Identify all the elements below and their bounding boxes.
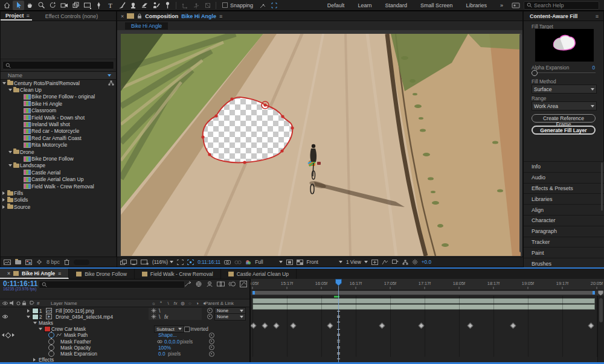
panel-tab-character[interactable]: Character (524, 215, 604, 226)
timeline-tab-castle-aerial-clean-up[interactable]: Castle Aerial Clean Up (221, 269, 297, 279)
expander-icon[interactable] (33, 358, 36, 362)
keyframe-diamond[interactable] (419, 323, 425, 329)
quality-icon[interactable]: \ (159, 314, 160, 320)
comp-row-field-walk-down-shot[interactable]: Field Walk - Down shot (1, 114, 116, 121)
interpret-footage-icon[interactable] (4, 260, 11, 265)
mask-expansion-value[interactable]: 0.0 (158, 351, 165, 357)
folder-row-clean-up[interactable]: Clean Up (1, 86, 116, 93)
track-vertical-scrollbar[interactable] (597, 296, 604, 363)
expander-icon[interactable] (2, 191, 5, 195)
tool-pan-behind[interactable] (70, 1, 82, 10)
keyframe-diamond[interactable] (291, 323, 297, 329)
comp-row-red-car-amalfi-coast[interactable]: Red Car Amalfi Coast (1, 135, 116, 141)
work-area-end-handle[interactable] (593, 291, 595, 295)
panel-menu-icon[interactable]: ≡ (58, 270, 61, 276)
panel-tab-audio[interactable]: Audio (524, 172, 604, 183)
snapshot-icon[interactable] (224, 260, 231, 264)
mask-path-value[interactable]: Shape... (158, 332, 177, 338)
channels-icon[interactable] (245, 260, 251, 265)
workspace-small-screen[interactable]: Small Screen (414, 0, 460, 11)
shy-layers-icon[interactable] (206, 281, 213, 287)
keyframe-diamond[interactable] (251, 323, 256, 329)
property-name[interactable]: Mask Path (64, 332, 88, 338)
mask-expansion-row[interactable]: Mask Expansion 0.0 pixels (0, 351, 249, 357)
comp-row-bike-drone-follow-original[interactable]: Bike Drone Follow - original (1, 94, 116, 100)
tool-orbit[interactable] (47, 1, 59, 10)
pixel-aspect-icon[interactable] (371, 260, 378, 265)
project-settings-icon[interactable] (36, 259, 42, 265)
fx-icon[interactable]: fx (164, 314, 168, 320)
panel-menu-icon[interactable]: ≡ (596, 13, 599, 19)
expander-icon[interactable] (2, 198, 5, 202)
composition-tab-name[interactable]: Bike Hi Angle (181, 13, 216, 19)
masks-group-row[interactable]: Masks (0, 320, 249, 326)
playhead-handle[interactable] (335, 279, 342, 286)
new-composition-icon[interactable] (25, 260, 32, 265)
tab-project[interactable]: Project≡ (1, 11, 32, 21)
timeline-search-field[interactable] (39, 281, 185, 289)
mirror-viewer-icon[interactable] (141, 260, 149, 265)
comp-row-castle-aerial-clean-up[interactable]: Castle Aerial Clean Up (1, 176, 116, 183)
expander-icon[interactable] (33, 322, 37, 324)
axis-local-icon[interactable] (179, 1, 190, 10)
property-graph-icon[interactable] (56, 332, 62, 338)
tool-zoom[interactable] (36, 1, 47, 10)
checkerboard-icon[interactable] (297, 260, 303, 265)
expander-icon[interactable] (8, 164, 12, 167)
keyframe-diamond[interactable] (467, 323, 474, 329)
keyframe-diamond[interactable] (510, 323, 516, 329)
layer-row-drone[interactable]: 2 Drone_0494_select4.mp4 \ fx None (0, 314, 249, 320)
workspace-standard[interactable]: Standard (378, 0, 414, 11)
mask-name[interactable]: Crew Car Mask (51, 326, 86, 332)
mask-opacity-value[interactable]: 100% (158, 345, 171, 351)
alpha-expansion-slider-knob[interactable] (532, 70, 538, 76)
prev-keyframe-icon[interactable] (2, 333, 4, 337)
expander-icon[interactable] (39, 328, 42, 330)
viewer-vertical-scrollbar[interactable] (519, 34, 522, 252)
folder-row-century-roto-paint-removal[interactable]: Century Roto/Paint/Removal (1, 80, 116, 86)
property-name[interactable]: Mask Feather (60, 339, 91, 345)
sort-direction-icon[interactable] (108, 74, 111, 77)
panel-tab-tracker[interactable]: Tracker (524, 237, 604, 247)
media-browser-icon[interactable] (510, 1, 521, 10)
pickwhip-icon[interactable] (209, 345, 214, 350)
timeline-tab-bike-hi-angle[interactable]: ×Bike Hi Angle≡ (0, 269, 69, 279)
mask-color-swatch[interactable] (44, 326, 51, 332)
project-columns-header[interactable]: Name (1, 71, 116, 80)
panel-tab-libraries[interactable]: Libraries (524, 193, 604, 204)
panel-tab-paint[interactable]: Paint (524, 247, 604, 258)
layer-bar-drone[interactable] (252, 304, 595, 310)
folder-row-solids[interactable]: Solids (1, 197, 116, 203)
layer-row-fill[interactable]: 1 Fill [000-119].png \ None (0, 308, 249, 314)
workspace-overflow-button[interactable]: » (493, 0, 510, 11)
show-snapshot-icon[interactable] (234, 260, 242, 264)
caf-title[interactable]: Content-Aware Fill (530, 13, 577, 19)
viewer-tab-bike-hi-angle[interactable]: Bike Hi Angle (125, 22, 168, 30)
eye-icon[interactable] (2, 314, 8, 320)
comp-row-bike-hi-angle[interactable]: Bike Hi Angle (1, 100, 116, 107)
tab-effect-controls[interactable]: Effect Controls (none) (32, 13, 98, 19)
region-of-interest-icon[interactable] (177, 260, 184, 265)
time-ruler[interactable]: 15:05f15:17f16:05f16:17f17:05f17:17f18:0… (251, 279, 604, 290)
tool-eraser[interactable] (139, 1, 150, 10)
help-search-field[interactable]: Search Help (524, 1, 599, 10)
tool-type[interactable]: T (104, 1, 116, 10)
parent-link-column-header[interactable]: Parent & Link (205, 299, 234, 307)
snap-grid-icon[interactable] (268, 1, 280, 10)
tool-brush[interactable] (116, 1, 127, 10)
tool-rectangle[interactable] (82, 1, 93, 10)
mask-feather-row[interactable]: Mask Feather 0.0,0.0 pixels (0, 339, 249, 345)
tool-pen[interactable] (93, 1, 104, 10)
name-column-header[interactable]: Name (1, 72, 22, 78)
fill-method-select[interactable]: Surface (532, 85, 597, 94)
snapping-checkbox[interactable] (222, 2, 228, 8)
panel-tab-effects-presets[interactable]: Effects & Presets (524, 183, 604, 194)
pickwhip-icon[interactable] (209, 351, 214, 357)
comp-row-classroom[interactable]: Classroom (1, 107, 116, 114)
close-icon[interactable]: × (7, 270, 10, 276)
close-icon[interactable]: × (121, 13, 124, 19)
trash-icon[interactable] (64, 259, 69, 265)
expander-icon[interactable] (27, 316, 30, 318)
comp-row-field-walk-crew-removal[interactable]: Field Walk - Crew Removal (1, 183, 116, 190)
comp-row-castle-aerial[interactable]: Castle Aerial (1, 169, 116, 176)
